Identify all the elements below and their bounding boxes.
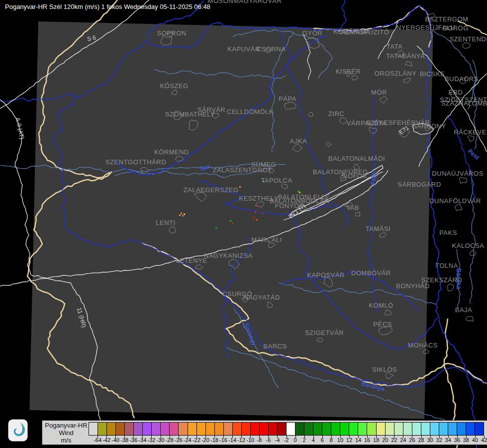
city-label: SIÓFOK	[341, 172, 367, 180]
city-label: OROSZLÁNY	[375, 70, 417, 77]
city-label: KALOCSA	[452, 242, 485, 249]
city-label: ZIRC	[328, 110, 344, 117]
legend-tick-label: 4	[312, 437, 315, 443]
legend-tick-label: -34	[138, 437, 146, 443]
city-label: NAGYATÁD	[243, 294, 280, 301]
city-label: MÓR	[371, 89, 387, 96]
legend-color-cell	[295, 423, 304, 435]
city-label: ALMÁSFÜZITŐ	[341, 28, 390, 36]
city-label: KAPUVÁR	[227, 45, 260, 53]
legend-tick-label: -38	[120, 437, 128, 443]
legend-color-cell	[448, 423, 457, 435]
legend-tick-label: 22	[391, 437, 397, 443]
legend-color-cell	[313, 423, 322, 435]
legend-tick-label: 18	[373, 437, 379, 443]
legend-tick-label: -28	[166, 437, 174, 443]
legend-color-cell	[475, 423, 484, 435]
legend-tick-label: 0	[294, 437, 297, 443]
legend-tick-label: -16	[219, 437, 227, 443]
city-label: TATA	[387, 43, 402, 50]
city-label: AJKA	[290, 137, 307, 145]
city-label: TATABÁNYA	[386, 52, 425, 60]
legend-tick-label: 16	[364, 437, 370, 443]
legend-parameter: Wind	[44, 429, 88, 437]
city-label: BONYHÁD	[396, 282, 430, 290]
legend-color-cell	[278, 423, 287, 435]
legend-color-cell	[466, 423, 475, 435]
legend-color-cell	[340, 423, 349, 435]
legend-color-cell	[377, 423, 386, 435]
legend-color-cell	[116, 423, 125, 435]
legend-color-cell	[457, 423, 466, 435]
legend-color-cell	[421, 423, 430, 435]
county-label: Pest	[467, 147, 481, 161]
legend-tick-label: -8	[257, 437, 262, 443]
legend-tick-label: -18	[210, 437, 218, 443]
city-label: MOHÁCS	[408, 341, 438, 349]
road-label: 11 (HR)	[76, 307, 88, 328]
legend-color-cell	[98, 423, 107, 435]
legend-tick-label: 40	[472, 437, 478, 443]
legend-color-cell	[358, 423, 367, 435]
legend-color-cell	[367, 423, 376, 435]
city-label: ZALASZENTGRÓT	[212, 166, 272, 174]
legend-color-cell	[125, 423, 134, 435]
city-label: NAGYKANIZSA	[204, 252, 253, 259]
legend-color-cell	[430, 423, 439, 435]
city-label: TAMÁSI	[366, 225, 390, 232]
legend-tick-label: 38	[463, 437, 469, 443]
city-label: BALATONALMÁDI	[328, 155, 385, 162]
city-label: BAJA	[455, 306, 473, 314]
legend-color-cell	[224, 423, 233, 435]
city-label: BICSKE	[420, 70, 445, 78]
city-label: CELLDÖMÖLK	[227, 108, 274, 115]
legend-panel: Poganyvar-HR Wind m/s -64-42-40-38-36-34…	[42, 420, 487, 445]
legend-color-cell	[394, 423, 403, 435]
city-label: TAPOLCA	[261, 177, 292, 184]
legend-tick-label: 6	[321, 437, 324, 443]
city-label: DUNAÚJVÁROS	[432, 170, 484, 177]
legend-color-cell	[89, 423, 98, 435]
legend-color-cell	[304, 423, 313, 435]
city-label: TAB	[346, 204, 359, 212]
legend-tick-label: -30	[157, 437, 165, 443]
city-label: SIKLÓS	[372, 366, 397, 373]
city-label: KÖRMEND	[154, 148, 189, 156]
legend-tick-label: 30	[427, 437, 433, 443]
map-title: Poganyvar-HR Szél 120km (m/s) 1 fokos We…	[5, 3, 210, 10]
legend-color-cell	[143, 423, 152, 435]
city-label: PÁPA	[279, 95, 296, 103]
legend-tick-label: -22	[193, 437, 200, 443]
city-label: DOROG	[443, 24, 469, 32]
legend-tick-label: -64	[94, 437, 101, 443]
city-label: MARCALI	[251, 236, 282, 243]
city-label: SÁRBOGÁRD	[397, 181, 441, 188]
road-label: S 6	[87, 34, 97, 42]
city-label: GÁRDONY	[411, 122, 446, 130]
legend-tick-label: 32	[436, 437, 442, 443]
city-label: KOMLÓ	[369, 302, 393, 309]
legend-tick-label: 24	[400, 437, 406, 443]
county-label: Bácska	[455, 268, 462, 289]
legend-tick-label: -20	[201, 437, 209, 443]
legend-tick-label: 20	[382, 437, 388, 443]
legend-color-cell	[161, 423, 170, 435]
legend-color-cell	[287, 423, 295, 435]
legend-color-cell	[152, 423, 161, 435]
legend-color-cell	[197, 423, 206, 435]
radar-map-view: MOSONMAGYARÓVÁRSOPRONGYŐRKOMÁROMALMÁSFÜZ…	[0, 0, 487, 448]
legend-color-cell	[170, 423, 179, 435]
legend-tick-label: -4	[275, 437, 280, 443]
legend-tick-label: 28	[418, 437, 424, 443]
legend-tick-label: 42	[481, 437, 487, 443]
legend-tick-label: -12	[237, 437, 245, 443]
city-label: KŐSZEG	[160, 82, 188, 90]
city-label: SZOMBATHELY	[165, 111, 215, 118]
legend-color-cell	[260, 423, 269, 435]
county-label: Fejér	[370, 171, 377, 185]
city-label: SZÁZHALOMBATTA	[441, 100, 487, 107]
legend-color-cell	[251, 423, 260, 435]
county-label: Somogy	[243, 322, 258, 346]
city-label: ESZTERGOM	[425, 15, 469, 23]
legend-color-cell	[179, 423, 188, 435]
